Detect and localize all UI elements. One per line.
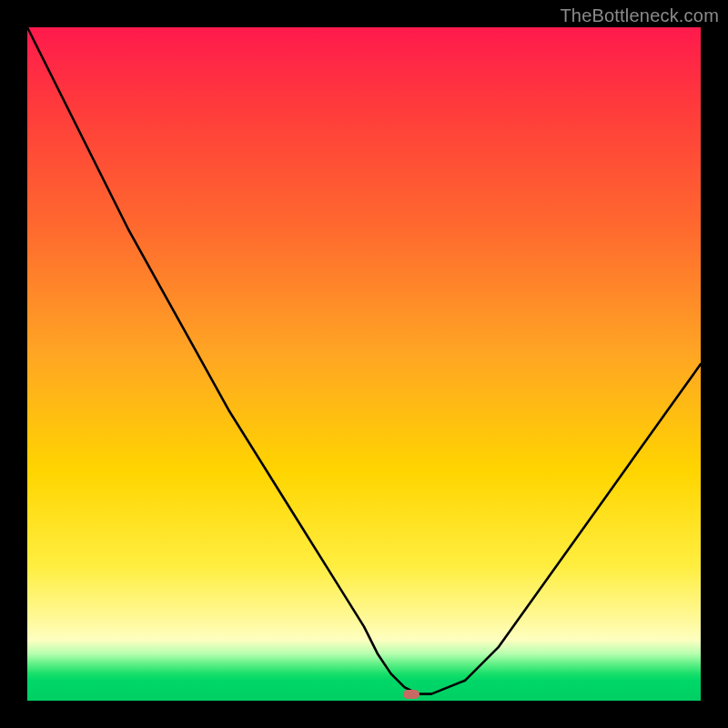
minimum-marker — [403, 690, 420, 699]
watermark-text: TheBottleneck.com — [560, 5, 719, 26]
chart-frame: TheBottleneck.com — [0, 0, 728, 728]
bottleneck-curve — [27, 27, 701, 701]
plot-area — [27, 27, 701, 701]
